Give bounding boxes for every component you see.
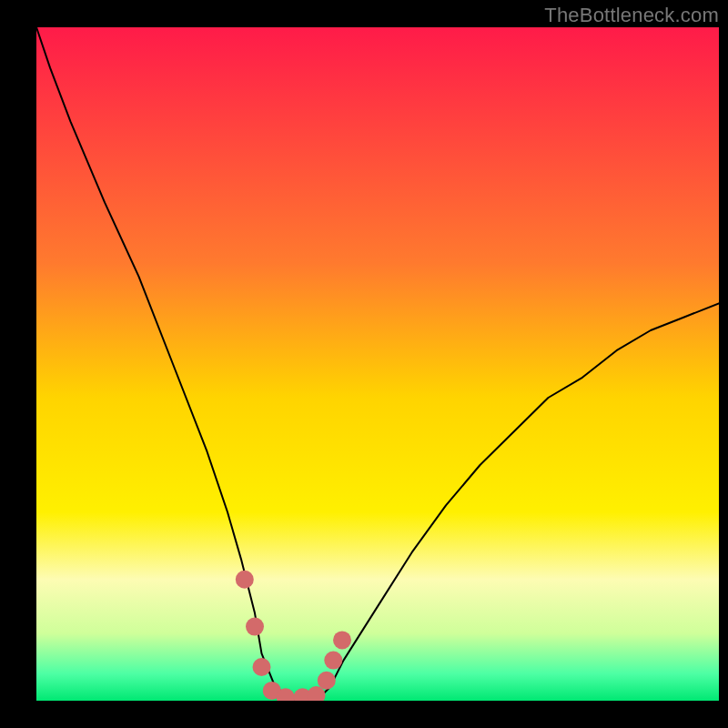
marker-dot bbox=[324, 652, 342, 670]
gradient-background bbox=[36, 27, 719, 701]
chart-svg bbox=[36, 27, 719, 701]
chart-frame: TheBottleneck.com bbox=[0, 0, 728, 728]
marker-dot bbox=[236, 571, 254, 589]
marker-dot bbox=[246, 618, 264, 636]
plot-area bbox=[36, 27, 719, 701]
marker-dot bbox=[318, 672, 336, 690]
marker-dot bbox=[333, 631, 351, 649]
marker-dot bbox=[253, 658, 271, 676]
watermark-text: TheBottleneck.com bbox=[544, 4, 719, 27]
